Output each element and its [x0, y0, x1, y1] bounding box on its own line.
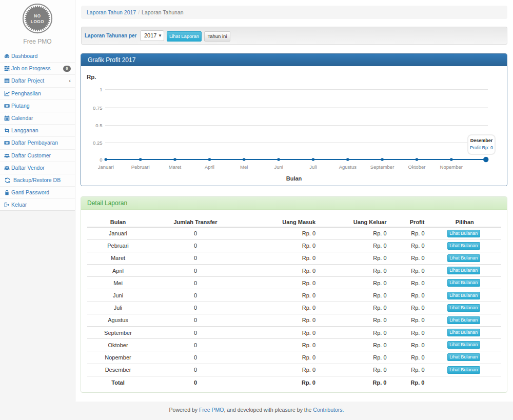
svg-text:Juni: Juni — [274, 164, 283, 170]
svg-text:April: April — [205, 164, 214, 170]
svg-text:NO: NO — [34, 14, 41, 18]
svg-text:Mei: Mei — [240, 164, 248, 170]
svg-text:0.75: 0.75 — [93, 105, 103, 111]
svg-text:Pebruari: Pebruari — [131, 164, 150, 170]
svg-text:0: 0 — [100, 157, 102, 163]
svg-text:LOGO: LOGO — [31, 19, 44, 24]
svg-text:Agustus: Agustus — [339, 164, 357, 170]
svg-text:Bulan: Bulan — [286, 175, 302, 182]
svg-text:September: September — [370, 164, 394, 170]
svg-text:Oktober: Oktober — [408, 164, 426, 170]
svg-text:0.5: 0.5 — [95, 123, 102, 128]
svg-text:Januari: Januari — [98, 164, 114, 170]
svg-text:Nopember: Nopember — [440, 164, 463, 170]
svg-text:1: 1 — [100, 87, 102, 92]
svg-text:0.25: 0.25 — [93, 140, 103, 146]
svg-text:Juli: Juli — [309, 164, 317, 170]
svg-text:Rp.: Rp. — [87, 74, 96, 80]
svg-text:Maret: Maret — [169, 164, 182, 170]
